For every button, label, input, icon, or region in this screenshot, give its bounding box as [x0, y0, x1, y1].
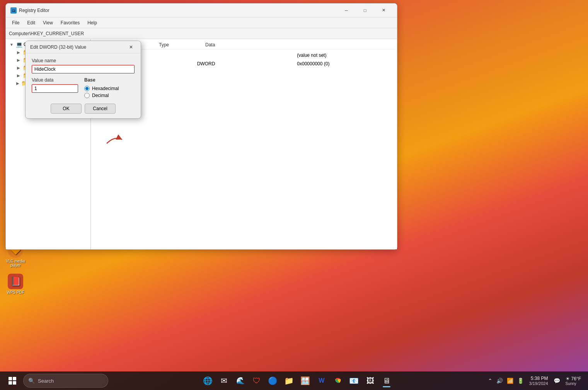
cancel-button[interactable]: Cancel [85, 104, 116, 114]
taskbar-word[interactable]: W [314, 373, 329, 388]
taskbar-msstore[interactable]: 🪟 [298, 373, 313, 388]
taskbar-mail[interactable]: ✉ [216, 373, 232, 388]
radio-hexadecimal-label: Hexadecimal [92, 86, 119, 91]
taskbar-file-explorer[interactable]: 📁 [281, 373, 297, 388]
value-data-group: Value data [32, 77, 78, 98]
ok-button[interactable]: OK [51, 104, 82, 114]
taskbar-left [5, 373, 20, 388]
weather-info[interactable]: ☀ 76°F Sunny [563, 375, 583, 387]
taskbar-center: 🌐 ✉ 🌊 🛡 🔵 📁 🪟 W 📧 🖼 🖥 [111, 373, 483, 388]
radio-decimal[interactable]: Decimal [84, 93, 119, 98]
radio-hexadecimal-input[interactable] [84, 86, 90, 91]
value-data-row: Value data Base Hexadecimal Decimal [32, 77, 135, 98]
tray-chevron[interactable]: ⌃ [486, 376, 494, 385]
value-data-label: Value data [32, 77, 78, 83]
weather-temp-text: 76°F [571, 376, 581, 381]
taskbar-widgets[interactable]: 🌐 [200, 373, 216, 388]
date-text: 3/19/2024 [529, 381, 548, 386]
taskbar-edge1[interactable]: 🌊 [233, 373, 248, 388]
dialog-title-text: Edit DWORD (32-bit) Value [30, 44, 126, 50]
weather-desc-text: Sunny [566, 381, 576, 386]
taskbar: 🔍 Search 🌐 ✉ 🌊 🛡 🔵 📁 🪟 W 📧 🖼 🖥 ⌃ 🔊 [0, 371, 588, 390]
search-placeholder-text: Search [38, 378, 54, 384]
start-logo [9, 377, 16, 385]
weather-temp-display: ☀ 76°F [566, 376, 581, 381]
start-button[interactable] [5, 373, 20, 388]
taskbar-chrome[interactable] [330, 373, 346, 388]
radio-decimal-input[interactable] [84, 93, 90, 98]
taskbar-photos[interactable]: 🖼 [363, 373, 378, 388]
base-label: Base [84, 77, 119, 83]
dialog-buttons: OK Cancel [32, 104, 135, 114]
notification-area: ⌃ 🔊 📶 🔋 [486, 376, 525, 385]
value-name-input[interactable] [32, 65, 135, 73]
search-bar[interactable]: 🔍 Search [23, 374, 108, 388]
dialog-close-button[interactable]: ✕ [126, 42, 136, 52]
dialog-body: Value name Value data Base Hexadecimal [26, 53, 141, 118]
time-text: 5:38 PM [529, 376, 548, 381]
taskbar-antivirus[interactable]: 🛡 [249, 373, 264, 388]
dialog-overlay: Edit DWORD (32-bit) Value ✕ Value name V… [0, 0, 588, 390]
tray-battery[interactable]: 🔋 [516, 376, 525, 385]
radio-hexadecimal[interactable]: Hexadecimal [84, 86, 119, 91]
search-icon: 🔍 [28, 378, 35, 384]
edit-dword-dialog: Edit DWORD (32-bit) Value ✕ Value name V… [25, 41, 141, 119]
weather-sun-icon: ☀ [566, 376, 570, 381]
radio-decimal-label: Decimal [92, 93, 109, 98]
taskbar-right: ⌃ 🔊 📶 🔋 5:38 PM 3/19/2024 💬 ☀ 76°F Sunny [486, 375, 583, 387]
taskbar-outlook[interactable]: 📧 [346, 373, 362, 388]
tray-volume[interactable]: 🔊 [495, 376, 504, 385]
arrow-annotation [105, 132, 124, 145]
time-display[interactable]: 5:38 PM 3/19/2024 [527, 375, 551, 387]
dialog-title-bar: Edit DWORD (32-bit) Value ✕ [26, 41, 141, 53]
tray-network[interactable]: 📶 [505, 376, 515, 385]
taskbar-regedit[interactable]: 🖥 [379, 373, 394, 388]
chrome-icon [334, 377, 342, 385]
taskbar-edge2[interactable]: 🔵 [265, 373, 281, 388]
value-name-label: Value name [32, 58, 135, 63]
base-group: Base Hexadecimal Decimal [84, 77, 119, 98]
notification-button[interactable]: 💬 [552, 376, 562, 385]
value-data-input[interactable] [32, 84, 78, 93]
